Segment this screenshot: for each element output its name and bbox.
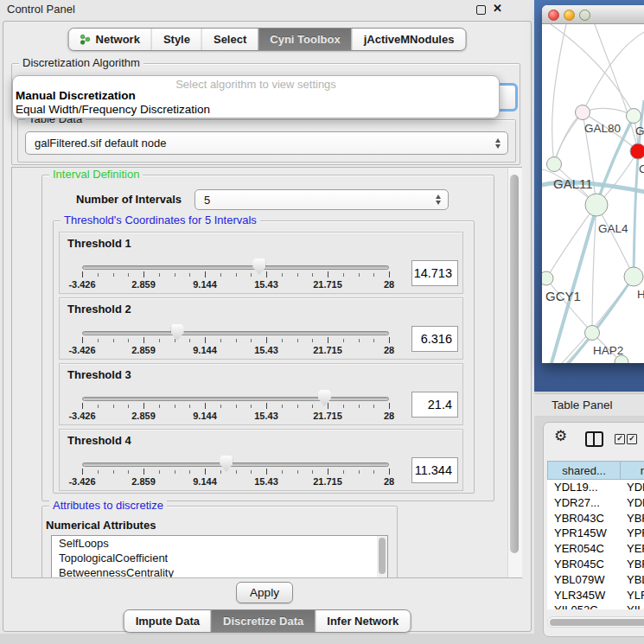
stepper-icon: [436, 194, 441, 205]
edge[interactable]: [552, 24, 566, 164]
gal11-node[interactable]: [547, 157, 562, 172]
bottom-tab-infer-network[interactable]: Infer Network: [315, 610, 410, 632]
slider-thumb[interactable]: [220, 456, 233, 472]
tick-mark: [236, 470, 237, 474]
tab-style[interactable]: Style: [151, 29, 201, 50]
top-tab-bar: NetworkStyleSelectCyni ToolboxjActiveMNo…: [68, 28, 467, 51]
tick-mark: [205, 271, 206, 277]
zoom-traffic-light-icon[interactable]: [579, 10, 590, 21]
tick-mark: [128, 273, 129, 277]
gal4-node[interactable]: [585, 194, 608, 216]
numerical-attributes-label: Numerical Attributes: [46, 519, 156, 532]
slider-thumb[interactable]: [171, 324, 184, 341]
tab-select[interactable]: Select: [201, 29, 258, 50]
table-row[interactable]: YER054CYER0: [547, 541, 644, 557]
threshold-row-1: Threshold 1-3.4262.8599.14415.4321.71528…: [59, 232, 463, 294]
tick-label: 15.43: [254, 476, 278, 487]
node[interactable]: [627, 109, 641, 124]
attributes-list: SelfLoopsTopologicalCoefficientBetweenne…: [51, 535, 388, 578]
tick-mark: [312, 405, 313, 408]
table-row[interactable]: YBR045CYBR0: [547, 557, 644, 572]
tick-label: 28: [384, 279, 394, 290]
threshold-value-field[interactable]: 14.713: [411, 260, 458, 286]
table-row[interactable]: YDL19...YDL1: [547, 480, 644, 495]
gal80-node[interactable]: [576, 105, 590, 120]
tick-label: 9.144: [193, 279, 217, 290]
node[interactable]: [624, 267, 643, 286]
network-canvas[interactable]: GAL80GACGAL11GAL4GCY1HHAP2: [542, 24, 644, 363]
right-panel: GAL80GACGAL11GAL4GCY1HHAP2 Table Panel ⚙…: [534, 0, 644, 644]
edge[interactable]: [554, 112, 583, 164]
checkbox-icon[interactable]: ✓: [627, 434, 637, 444]
intervals-selected-value: 5: [204, 194, 210, 207]
tick-mark: [236, 273, 237, 277]
tick-label: 9.144: [193, 411, 217, 421]
slider-track[interactable]: [82, 331, 389, 335]
hap2-node[interactable]: [585, 326, 600, 341]
tick-mark: [128, 405, 129, 408]
tab-cyni-toolbox[interactable]: Cyni Toolbox: [258, 29, 351, 50]
tick-label: 9.144: [193, 345, 217, 355]
network-window-titlebar[interactable]: [542, 5, 644, 24]
threshold-value-field[interactable]: 6.316: [411, 326, 458, 352]
attribute-item-topologicalcoefficient[interactable]: TopologicalCoefficient: [52, 551, 387, 565]
table-data-select[interactable]: galFiltered.sif default node: [25, 131, 508, 155]
tick-mark: [297, 470, 298, 474]
group-title: Discretization Algorithm: [19, 56, 143, 69]
tick-mark: [282, 405, 283, 408]
slider-track[interactable]: [82, 462, 389, 467]
apply-button[interactable]: Apply: [236, 582, 293, 603]
minimize-traffic-light-icon[interactable]: [564, 10, 575, 21]
edge[interactable]: [596, 205, 634, 277]
tick-mark: [343, 273, 344, 277]
threshold-label: Threshold 2: [67, 303, 131, 316]
edge[interactable]: [543, 362, 622, 363]
tick-mark: [98, 339, 99, 342]
cell-shared-name: YBR043C: [554, 512, 604, 525]
cell-shared-name: YIL052C: [554, 603, 598, 609]
float-window-icon[interactable]: [476, 5, 486, 15]
threshold-value-field[interactable]: 11.344: [411, 457, 458, 483]
slider-track[interactable]: [82, 397, 389, 401]
number-of-intervals-select[interactable]: 5: [194, 189, 449, 210]
table-horizontal-scrollbar[interactable]: [547, 616, 644, 628]
edge[interactable]: [554, 112, 583, 164]
table-row[interactable]: YBR043CYBR0: [547, 511, 644, 526]
table-row[interactable]: YIL052CYIL0: [547, 603, 644, 609]
close-icon[interactable]: ✕: [493, 2, 502, 15]
split-columns-icon[interactable]: [585, 431, 603, 447]
attribute-item-betweennesscentrality[interactable]: BetweennessCentrality: [52, 565, 387, 578]
algorithm-option-equal-width-frequency-discretization[interactable]: Equal Width/Frequency Discretization: [16, 103, 210, 116]
tick-mark: [82, 337, 83, 343]
tick-mark: [128, 339, 129, 342]
checkbox-icon[interactable]: ✓: [615, 434, 625, 444]
edge[interactable]: [546, 205, 596, 278]
pane-scrollbar[interactable]: [507, 168, 521, 577]
tab-network[interactable]: Network: [69, 29, 151, 50]
threshold-value-field[interactable]: 21.4: [411, 392, 458, 418]
column-header-na[interactable]: na: [620, 461, 644, 480]
tick-mark: [251, 339, 252, 342]
gear-icon[interactable]: ⚙: [554, 429, 567, 444]
tab-jactivemnodules[interactable]: jActiveMNodules: [352, 29, 466, 50]
tick-mark: [297, 405, 298, 408]
table-row[interactable]: YDR27...YDR2: [547, 495, 644, 511]
slider-thumb[interactable]: [252, 258, 265, 275]
table-row[interactable]: YPR145WYPR1: [547, 526, 644, 541]
edge[interactable]: [583, 31, 644, 112]
selected-red-node[interactable]: [630, 143, 644, 159]
tab-label: Style: [163, 33, 190, 46]
attribute-item-selfloops[interactable]: SelfLoops: [52, 536, 387, 551]
algorithm-option-manual-discretization[interactable]: Manual Discretization: [16, 89, 136, 102]
slider-thumb[interactable]: [318, 390, 331, 406]
tick-label: 15.43: [254, 345, 278, 355]
bottom-tab-discretize-data[interactable]: Discretize Data: [211, 610, 315, 632]
close-traffic-light-icon[interactable]: [548, 10, 559, 21]
slider-track[interactable]: [82, 265, 389, 270]
gcy1-node[interactable]: [542, 271, 553, 285]
column-header-shared-[interactable]: shared...: [547, 461, 621, 480]
table-row[interactable]: YLR345WYLR3: [547, 588, 644, 603]
table-row[interactable]: YBL079WYBL0: [547, 572, 644, 588]
bottom-tab-impute-data[interactable]: Impute Data: [124, 610, 211, 632]
list-scrollbar[interactable]: [377, 536, 387, 578]
